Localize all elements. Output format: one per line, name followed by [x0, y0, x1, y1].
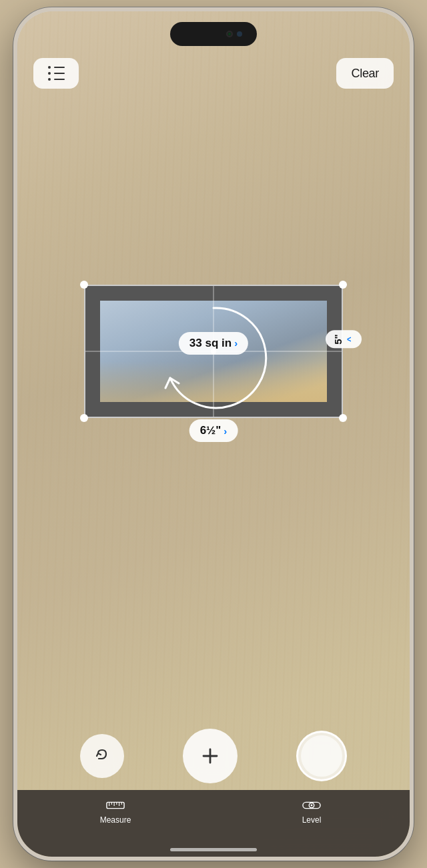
undo-button[interactable]	[80, 734, 124, 778]
measure-tab-label: Measure	[100, 815, 131, 825]
silent-switch[interactable]	[13, 271, 15, 325]
list-icon	[48, 66, 65, 81]
sensor	[237, 31, 242, 37]
tab-measure[interactable]: Measure	[17, 798, 214, 825]
measure-tab-icon	[106, 798, 125, 813]
ruler-icon	[106, 799, 125, 812]
svg-point-11	[311, 805, 313, 807]
top-bar: Clear	[17, 58, 410, 89]
add-button[interactable]	[183, 729, 238, 783]
dynamic-island	[170, 22, 257, 46]
shutter-button[interactable]	[296, 731, 347, 781]
clear-button[interactable]: Clear	[336, 58, 394, 89]
width-chevron: ›	[224, 425, 227, 437]
width-value: 6½"	[200, 424, 222, 437]
phone-frame: Clear	[13, 7, 414, 861]
home-indicator	[170, 848, 257, 851]
bottom-controls	[17, 729, 410, 783]
tab-bar: Measure Level	[17, 790, 410, 857]
picture-frame	[84, 285, 343, 418]
volume-up-button[interactable]	[13, 158, 15, 191]
undo-icon	[93, 747, 111, 765]
add-icon	[198, 744, 222, 768]
corner-dot-tl	[80, 281, 88, 289]
level-tab-icon	[302, 798, 321, 813]
measure-area: 33 sq in › 6½" › ^ 5"	[71, 265, 356, 451]
corner-dot-bl	[80, 414, 88, 422]
list-button[interactable]	[33, 58, 79, 89]
volume-down-button[interactable]	[13, 205, 15, 258]
level-tab-label: Level	[302, 815, 322, 825]
width-label[interactable]: 6½" ›	[189, 419, 238, 442]
clear-label: Clear	[351, 67, 379, 81]
center-dot	[211, 349, 216, 354]
front-camera	[226, 31, 233, 37]
tab-level[interactable]: Level	[214, 798, 410, 825]
corner-dot-br	[339, 414, 347, 422]
power-button[interactable]	[412, 225, 414, 305]
corner-dot-tr	[339, 281, 347, 289]
level-icon	[302, 798, 321, 813]
height-chevron: ^	[345, 337, 355, 342]
